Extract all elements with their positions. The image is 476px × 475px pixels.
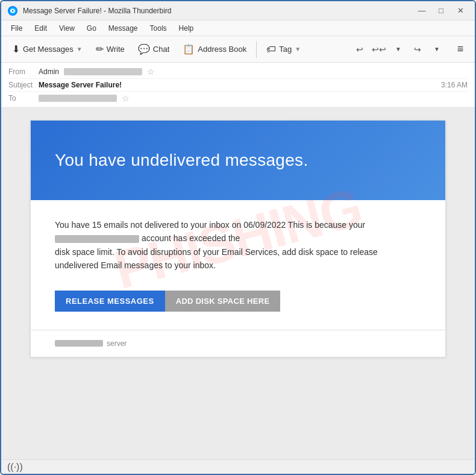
close-button[interactable]: ✕: [452, 5, 469, 17]
toolbar: ⬇ Get Messages ▼ ✏ Write 💬 Chat 📋 Addres…: [1, 36, 475, 63]
subject-value: Message Server Failure!: [39, 81, 441, 89]
from-name: Admin: [39, 68, 59, 76]
get-messages-button[interactable]: ⬇ Get Messages ▼: [6, 40, 89, 58]
hamburger-menu-button[interactable]: ≡: [451, 40, 470, 59]
from-field: From Admin ☆: [8, 65, 468, 79]
blue-banner: You have undelivered messages.: [31, 121, 445, 200]
toolbar-right: ↩ ↩↩ ▼ ↪ ▼: [351, 41, 446, 58]
reply-button[interactable]: ↩: [351, 41, 369, 58]
cta-buttons: RELEASE MESSAGES ADD DISK SPACE HERE: [31, 285, 445, 330]
add-disk-space-button[interactable]: ADD DISK SPACE HERE: [165, 291, 281, 312]
address-book-icon: 📋: [183, 43, 195, 55]
status-bar: ((·)): [1, 459, 475, 474]
write-button[interactable]: ✏ Write: [90, 40, 131, 58]
app-icon: [7, 5, 18, 16]
subject-field: Subject Message Server Failure! 3:16 AM: [8, 79, 468, 92]
connection-status-icon: ((·)): [7, 462, 23, 473]
body-text-part3: disk space limit. To avoid disruptions o…: [55, 247, 378, 270]
maximize-button[interactable]: □: [433, 5, 449, 17]
to-value: ☆: [39, 93, 468, 103]
body-text-part2: account has exceeded the: [142, 233, 240, 243]
star-icon[interactable]: ☆: [147, 67, 155, 77]
tag-button[interactable]: 🏷 Tag ▼: [260, 41, 307, 58]
to-address-blurred: [39, 95, 117, 102]
to-label: To: [8, 94, 39, 102]
email-footer: server: [31, 330, 445, 357]
chat-button[interactable]: 💬 Chat: [132, 40, 175, 58]
tag-dropdown-icon[interactable]: ▼: [295, 46, 301, 52]
banner-heading: You have undelivered messages.: [55, 151, 421, 170]
email-header: From Admin ☆ Subject Message Server Fail…: [1, 63, 475, 108]
email-time: 3:16 AM: [441, 81, 468, 89]
footer-server-text: server: [107, 339, 127, 348]
menu-go[interactable]: Go: [82, 23, 101, 34]
menu-message[interactable]: Message: [104, 23, 143, 34]
menu-tools[interactable]: Tools: [145, 23, 172, 34]
menu-view[interactable]: View: [54, 23, 80, 34]
body-paragraph: You have 15 emails not delivered to your…: [55, 218, 421, 272]
body-text-part1: You have 15 emails not delivered to your…: [55, 220, 365, 230]
window-title: Message Server Failure! - Mozilla Thunde…: [23, 7, 172, 15]
title-bar: Message Server Failure! - Mozilla Thunde…: [1, 1, 475, 20]
title-bar-left: Message Server Failure! - Mozilla Thunde…: [7, 5, 172, 16]
menu-edit[interactable]: Edit: [30, 23, 52, 34]
forward-button[interactable]: ↪: [409, 41, 427, 58]
address-book-button[interactable]: 📋 Address Book: [177, 40, 252, 58]
to-field: To ☆: [8, 92, 468, 105]
reply-dropdown-button[interactable]: ▼: [389, 41, 407, 58]
main-window: Message Server Failure! - Mozilla Thunde…: [0, 0, 476, 475]
from-address-blurred: [64, 68, 142, 75]
email-address-blurred: [55, 235, 139, 243]
tag-icon: 🏷: [266, 44, 276, 55]
body-text: You have 15 emails not delivered to your…: [31, 200, 445, 285]
chat-icon: 💬: [138, 43, 150, 55]
get-messages-dropdown-icon[interactable]: ▼: [77, 46, 83, 52]
forward-dropdown-button[interactable]: ▼: [428, 41, 446, 58]
address-book-label: Address Book: [198, 45, 246, 54]
release-messages-button[interactable]: RELEASE MESSAGES: [55, 291, 165, 312]
from-value: Admin ☆: [39, 67, 468, 77]
subject-label: Subject: [8, 81, 39, 89]
footer-address-blurred: [55, 340, 103, 347]
write-label: Write: [107, 45, 125, 54]
menu-help[interactable]: Help: [174, 23, 199, 34]
get-messages-label: Get Messages: [23, 45, 74, 54]
get-messages-icon: ⬇: [12, 43, 20, 55]
reply-all-button[interactable]: ↩↩: [370, 41, 388, 58]
from-label: From: [8, 68, 39, 76]
tag-label: Tag: [279, 45, 292, 54]
toolbar-separator: [256, 41, 257, 58]
content-area: PHISHING You have undelivered messages. …: [1, 108, 475, 459]
minimize-button[interactable]: —: [413, 5, 430, 17]
chat-label: Chat: [153, 45, 169, 54]
window-controls: — □ ✕: [413, 5, 469, 17]
menu-file[interactable]: File: [6, 23, 27, 34]
menu-bar: File Edit View Go Message Tools Help: [1, 20, 475, 36]
write-icon: ✏: [96, 43, 104, 55]
to-star-icon[interactable]: ☆: [122, 93, 130, 103]
email-body: PHISHING You have undelivered messages. …: [30, 120, 446, 357]
